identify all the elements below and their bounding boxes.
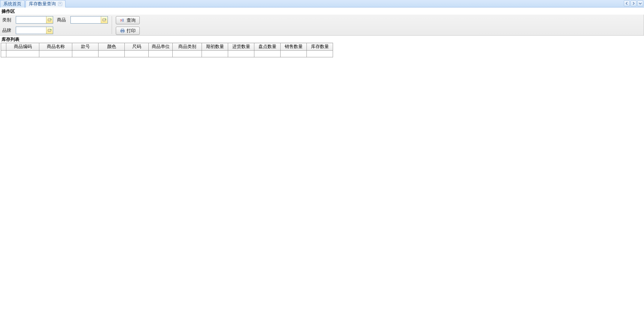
chevron-down-icon [639, 2, 642, 5]
filter-group: 类别 商品 品牌 [2, 16, 108, 34]
inventory-list-label: 库存列表 [0, 36, 644, 43]
chevron-left-icon [625, 2, 628, 5]
table-cell[interactable] [228, 51, 254, 57]
table-cell[interactable] [99, 51, 125, 57]
lookup-icon [48, 28, 52, 33]
brand-input[interactable] [16, 27, 46, 33]
operation-area-label: 操作区 [0, 7, 644, 15]
tab-label: 系统首页 [3, 1, 21, 7]
table-cell[interactable] [125, 51, 149, 57]
svg-rect-2 [48, 29, 51, 31]
column-header[interactable]: 商品名称 [39, 43, 72, 51]
category-lookup-trigger[interactable] [46, 16, 53, 23]
svg-rect-0 [48, 19, 51, 21]
brand-lookup[interactable] [16, 27, 53, 34]
svg-text:?: ? [120, 19, 122, 22]
category-lookup[interactable] [16, 16, 53, 24]
product-lookup-trigger[interactable] [101, 16, 108, 23]
column-header[interactable]: 颜色 [99, 43, 125, 51]
brand-lookup-trigger[interactable] [46, 27, 53, 34]
table-row-selector[interactable] [1, 51, 6, 57]
tab-scroll-controls [624, 0, 643, 6]
query-button[interactable]: ? 查询 [116, 16, 140, 24]
column-header[interactable]: 尺码 [125, 43, 149, 51]
column-header[interactable]: 款号 [72, 43, 99, 51]
table-cell[interactable] [254, 51, 281, 57]
lookup-icon [48, 18, 52, 22]
query-icon: ? [120, 18, 125, 23]
table-row[interactable] [1, 51, 333, 57]
category-input[interactable] [16, 17, 46, 23]
operation-panel: 类别 商品 品牌 [0, 15, 644, 36]
column-header[interactable]: 盘点数量 [254, 43, 281, 51]
print-button[interactable]: 打印 [116, 27, 140, 35]
table-row-selector-header [1, 43, 6, 51]
tab-menu-button[interactable] [637, 0, 643, 6]
tab-inventory-query[interactable]: 库存数量查询 × [25, 0, 66, 7]
table-cell[interactable] [281, 51, 307, 57]
product-lookup[interactable] [70, 16, 108, 24]
column-header[interactable]: 商品单位 [149, 43, 173, 51]
column-header[interactable]: 商品类别 [173, 43, 202, 51]
tab-system-home[interactable]: 系统首页 [0, 0, 25, 7]
column-header[interactable]: 销售数量 [281, 43, 307, 51]
column-header[interactable]: 库存数量 [307, 43, 333, 51]
svg-rect-1 [103, 19, 106, 21]
table-cell[interactable] [39, 51, 72, 57]
table-header-row: 商品编码 商品名称 款号 颜色 尺码 商品单位 商品类别 期初数量 进货数量 盘… [1, 43, 333, 51]
column-header[interactable]: 商品编码 [6, 43, 39, 51]
tab-scroll-right-button[interactable] [631, 0, 637, 6]
table-cell[interactable] [149, 51, 173, 57]
product-input[interactable] [71, 17, 101, 23]
tab-scroll-left-button[interactable] [624, 0, 630, 6]
column-header[interactable]: 期初数量 [202, 43, 228, 51]
table-cell[interactable] [72, 51, 99, 57]
svg-rect-5 [121, 29, 124, 30]
table-cell[interactable] [202, 51, 228, 57]
lookup-icon [102, 18, 107, 22]
brand-label: 品牌 [2, 27, 12, 34]
product-label: 商品 [57, 17, 67, 23]
inventory-table-wrap: 商品编码 商品名称 款号 颜色 尺码 商品单位 商品类别 期初数量 进货数量 盘… [0, 43, 644, 57]
category-label: 类别 [2, 17, 12, 23]
chevron-right-icon [632, 2, 635, 5]
table-cell[interactable] [307, 51, 333, 57]
close-icon[interactable]: × [58, 2, 62, 6]
tab-label: 库存数量查询 [29, 1, 56, 7]
tab-bar: 系统首页 库存数量查询 × [0, 0, 644, 7]
query-button-label: 查询 [127, 17, 136, 24]
action-buttons: ? 查询 打印 [116, 16, 140, 35]
print-icon [120, 28, 125, 33]
inventory-table: 商品编码 商品名称 款号 颜色 尺码 商品单位 商品类别 期初数量 进货数量 盘… [1, 43, 333, 57]
table-cell[interactable] [173, 51, 202, 57]
column-header[interactable]: 进货数量 [228, 43, 254, 51]
print-button-label: 打印 [127, 28, 136, 34]
separator [112, 16, 112, 34]
svg-rect-6 [121, 31, 124, 33]
table-cell[interactable] [6, 51, 39, 57]
